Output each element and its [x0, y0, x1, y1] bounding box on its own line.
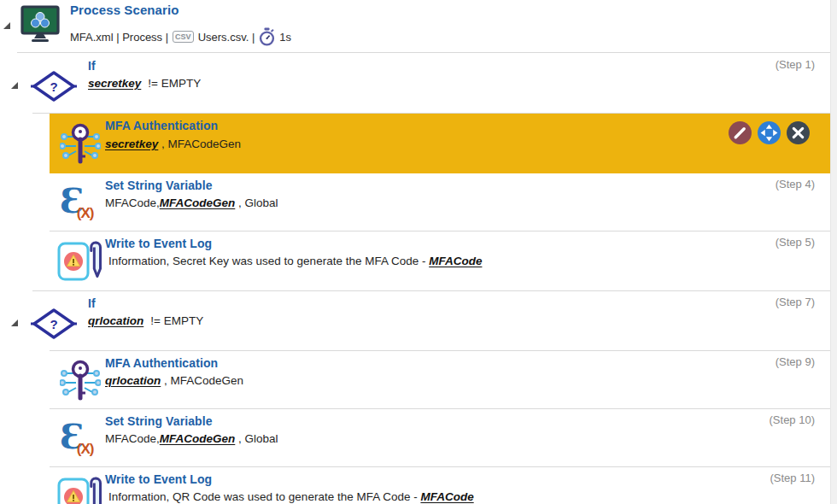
parameter-variable: MFACodeGen: [160, 432, 236, 445]
log-message: Information, QR Code was used to generat…: [108, 490, 420, 503]
step-number-label: (Step 7): [776, 296, 815, 308]
step-subtext: MFACode,MFACodeGen , Global: [105, 196, 278, 209]
csv-badge: CSV: [173, 31, 194, 43]
step-number-label: (Step 11): [770, 472, 815, 484]
step-number-label: (Step 9): [776, 355, 815, 368]
parameter-variable: secretkey: [105, 138, 158, 150]
stopwatch-icon: [259, 27, 275, 46]
step-row-mfa-auth-selected[interactable]: MFA Authentication secretkey , MFACodeGe…: [0, 114, 830, 173]
step-row-set-variable-1[interactable]: Ɛ(X) Set String Variable MFACode,MFACode…: [0, 173, 830, 231]
condition-operator: != EMPTY: [148, 77, 201, 90]
event-log-document-pen-icon: [56, 237, 104, 285]
step-row-mfa-auth-2[interactable]: MFA Authentication qrlocation , MFACodeG…: [0, 351, 830, 409]
step-row-if-1[interactable]: ? If secretkey!= EMPTY (Step 1): [0, 54, 830, 114]
step-subtext: secretkey , MFACodeGen: [105, 138, 241, 150]
svg-text:?: ?: [50, 79, 57, 94]
mfa-key-circuit-icon: [60, 122, 101, 167]
step-title: Write to Event Log: [105, 472, 212, 486]
scenario-title: Process Scenario: [70, 3, 179, 17]
step-title: MFA Authentication: [105, 356, 218, 370]
parameter-rest: , MFACodeGen: [161, 374, 243, 387]
parameter-pre: MFACode,: [105, 196, 160, 209]
step-subtext: secretkey!= EMPTY: [88, 77, 201, 90]
step-number-label: (Step 10): [770, 413, 815, 426]
process-designer-canvas: Process Scenario MFA.xml | Process | CSV…: [0, 0, 837, 504]
duration-label: 1s: [279, 31, 291, 44]
step-title: Set String Variable: [105, 179, 213, 192]
step-title: If: [88, 59, 96, 73]
expand-triangle-icon[interactable]: [11, 82, 18, 89]
step-number-label: (Step 4): [776, 178, 815, 190]
decision-diamond-icon: ?: [31, 308, 77, 340]
edit-pencil-icon[interactable]: [729, 121, 752, 144]
expand-triangle-icon[interactable]: [3, 22, 10, 29]
log-variable: MFACode: [429, 255, 482, 267]
step-subtext: Information, Secret Key was used to gene…: [108, 255, 482, 267]
svg-text:?: ?: [50, 317, 57, 331]
log-variable: MFACode: [420, 490, 473, 503]
step-row-if-2[interactable]: ? If qrlocation!= EMPTY (Step 7): [0, 291, 830, 351]
move-arrows-icon[interactable]: [758, 121, 781, 144]
step-title: If: [88, 296, 96, 310]
parameter-variable: qrlocation: [105, 374, 161, 387]
decision-diamond-icon: ?: [31, 70, 77, 103]
mfa-key-circuit-icon: [60, 359, 101, 403]
step-row-event-log-1[interactable]: Write to Event Log Information, Secret K…: [0, 231, 830, 291]
scenario-datafile-label: Users.csv. |: [198, 31, 255, 44]
parameter-rest: , MFACodeGen: [158, 138, 241, 150]
step-row-event-log-2[interactable]: Write to Event Log Information, QR Code …: [0, 467, 830, 504]
epsilon-x-variable-icon: Ɛ(X): [60, 184, 104, 218]
parameter-rest: , Global: [235, 196, 278, 209]
parameter-rest: , Global: [235, 432, 278, 445]
parameter-pre: MFACode,: [105, 432, 160, 445]
step-number-label: (Step 1): [776, 58, 815, 71]
expand-triangle-icon[interactable]: [11, 319, 18, 326]
scenario-meta: MFA.xml | Process | CSV Users.csv. | 1s: [70, 27, 291, 46]
log-message: Information, Secret Key was used to gene…: [108, 255, 429, 267]
parameter-variable: MFACodeGen: [160, 196, 236, 209]
step-subtext: Information, QR Code was used to generat…: [108, 490, 474, 503]
condition-variable: qrlocation: [88, 314, 143, 327]
scenario-files-label: MFA.xml | Process |: [70, 31, 168, 44]
scenario-header-row[interactable]: Process Scenario MFA.xml | Process | CSV…: [0, 0, 830, 53]
condition-operator: != EMPTY: [150, 314, 203, 327]
condition-variable: secretkey: [88, 77, 141, 90]
event-log-document-pen-icon: [56, 473, 104, 504]
selected-step-actions: [729, 121, 810, 144]
scrollbar-track[interactable]: [830, 0, 837, 504]
epsilon-x-variable-icon: Ɛ(X): [60, 419, 104, 454]
step-title: Set String Variable: [105, 414, 213, 428]
step-subtext: MFACode,MFACodeGen , Global: [105, 432, 278, 445]
step-title: Write to Event Log: [105, 237, 212, 250]
step-row-set-variable-2[interactable]: Ɛ(X) Set String Variable MFACode,MFACode…: [0, 409, 830, 467]
step-number-label: (Step 5): [776, 236, 815, 249]
process-scenario-monitor-icon: [20, 5, 60, 44]
tools-icon[interactable]: [787, 121, 810, 144]
step-subtext: qrlocation , MFACodeGen: [105, 374, 243, 387]
separator: [17, 52, 830, 53]
step-title: MFA Authentication: [105, 119, 218, 132]
step-subtext: qrlocation!= EMPTY: [88, 314, 203, 327]
